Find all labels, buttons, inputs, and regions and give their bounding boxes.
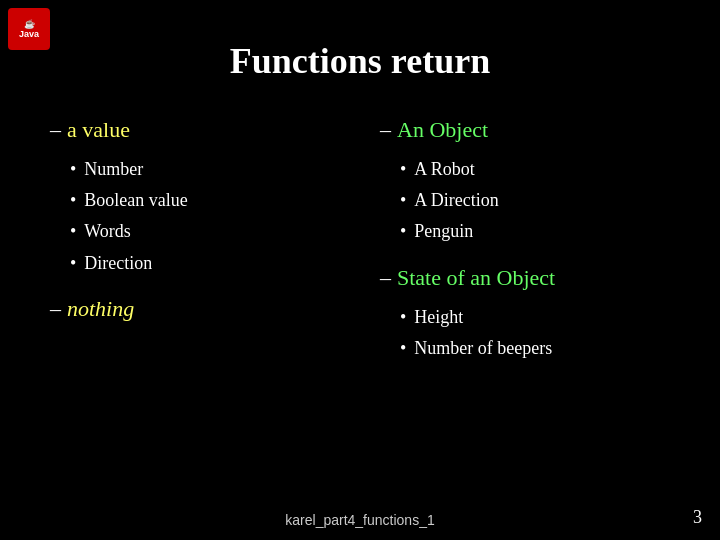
java-logo-text: ☕Java [19, 19, 39, 39]
nothing-label: nothing [67, 296, 134, 321]
bullet-text: A Robot [414, 157, 475, 182]
list-item: • A Robot [400, 157, 670, 182]
bullet-text: Penguin [414, 219, 473, 244]
section-nothing-header: –nothing [50, 296, 340, 322]
page-number: 3 [693, 507, 702, 528]
bullet-dot: • [70, 251, 76, 276]
bullet-dot: • [70, 157, 76, 182]
footer-label: karel_part4_functions_1 [285, 512, 434, 528]
slide: ☕Java Functions return –a value • Number… [0, 0, 720, 540]
dash-4: – [380, 265, 391, 290]
right-column: –An Object • A Robot • A Direction • Pen… [360, 117, 670, 381]
java-logo: ☕Java [8, 8, 50, 50]
list-item: • Direction [70, 251, 340, 276]
bullet-dot: • [400, 219, 406, 244]
bullet-dot: • [400, 188, 406, 213]
list-item: • Height [400, 305, 670, 330]
bullet-dot: • [400, 157, 406, 182]
section-an-object-header: –An Object [380, 117, 670, 143]
left-column: –a value • Number • Boolean value • Word… [50, 117, 360, 381]
content-area: –a value • Number • Boolean value • Word… [50, 117, 670, 381]
state-label: State of an Object [397, 265, 555, 290]
dash-3: – [380, 117, 391, 142]
list-item: • Words [70, 219, 340, 244]
list-item: • Number of beepers [400, 336, 670, 361]
bullet-dot: • [70, 188, 76, 213]
bullet-dot: • [400, 336, 406, 361]
bullet-text: Number [84, 157, 143, 182]
an-object-label: An Object [397, 117, 488, 142]
state-list: • Height • Number of beepers [380, 305, 670, 361]
list-item: • Number [70, 157, 340, 182]
bullet-text: Direction [84, 251, 152, 276]
dash-1: – [50, 117, 61, 142]
bullet-text: Words [84, 219, 131, 244]
section-state-header: –State of an Object [380, 265, 670, 291]
list-item: • Boolean value [70, 188, 340, 213]
bullet-dot: • [70, 219, 76, 244]
bullet-text: Boolean value [84, 188, 187, 213]
bullet-text: Number of beepers [414, 336, 552, 361]
dash-2: – [50, 296, 61, 321]
a-value-list: • Number • Boolean value • Words • Direc… [50, 157, 340, 276]
an-object-list: • A Robot • A Direction • Penguin [380, 157, 670, 245]
section-a-value-header: –a value [50, 117, 340, 143]
bullet-dot: • [400, 305, 406, 330]
slide-title: Functions return [50, 40, 670, 82]
bullet-text: Height [414, 305, 463, 330]
list-item: • A Direction [400, 188, 670, 213]
a-value-label: a value [67, 117, 130, 142]
bullet-text: A Direction [414, 188, 498, 213]
list-item: • Penguin [400, 219, 670, 244]
